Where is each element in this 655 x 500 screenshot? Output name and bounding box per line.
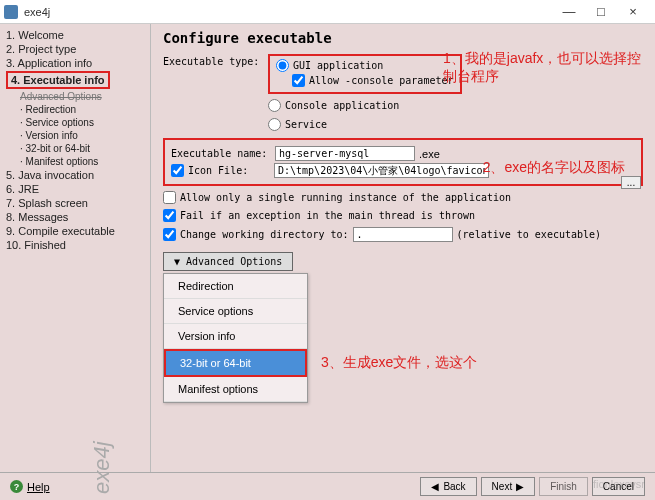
step-splash-screen[interactable]: 7. Splash screen xyxy=(6,196,144,210)
step-application-info[interactable]: 3. Application info xyxy=(6,56,144,70)
change-dir-input[interactable] xyxy=(353,227,453,242)
single-instance-label: Allow only a single running instance of … xyxy=(180,192,511,203)
icon-file-label: Icon File: xyxy=(188,165,270,176)
checkbox-change-dir[interactable] xyxy=(163,228,176,241)
page-heading: Configure executable xyxy=(163,30,643,46)
watermark: exe4j xyxy=(89,441,115,494)
step-welcome[interactable]: 1. Welcome xyxy=(6,28,144,42)
radio-service[interactable] xyxy=(268,118,281,131)
back-button[interactable]: ◀Back xyxy=(420,477,476,496)
finish-button[interactable]: Finish xyxy=(539,477,588,496)
icon-file-input[interactable] xyxy=(274,163,489,178)
step-manifest-options[interactable]: · Manifest options xyxy=(6,155,144,168)
menu-redirection[interactable]: Redirection xyxy=(164,274,307,299)
step-version-info[interactable]: · Version info xyxy=(6,129,144,142)
step-finished[interactable]: 10. Finished xyxy=(6,238,144,252)
minimize-button[interactable]: — xyxy=(559,4,579,19)
arrow-left-icon: ◀ xyxy=(431,481,439,492)
titlebar: exe4j — □ × xyxy=(0,0,655,24)
change-dir-label: Change working directory to: xyxy=(180,229,349,240)
close-button[interactable]: × xyxy=(623,4,643,19)
maximize-button[interactable]: □ xyxy=(591,4,611,19)
chevron-down-icon: ▼ xyxy=(174,256,180,267)
exec-ext: .exe xyxy=(419,148,440,160)
content-panel: Configure executable Executable type: GU… xyxy=(150,24,655,476)
step-service-options[interactable]: · Service options xyxy=(6,116,144,129)
allow-console-label: Allow -console parameter xyxy=(309,75,454,86)
checkbox-fail-exception[interactable] xyxy=(163,209,176,222)
step-executable-info[interactable]: 4. Executable info xyxy=(11,73,105,87)
checkbox-icon-file[interactable] xyxy=(171,164,184,177)
radio-console[interactable] xyxy=(268,99,281,112)
menu-service-options[interactable]: Service options xyxy=(164,299,307,324)
exec-name-input[interactable] xyxy=(275,146,415,161)
step-messages[interactable]: 8. Messages xyxy=(6,210,144,224)
step-redirection[interactable]: · Redirection xyxy=(6,103,144,116)
menu-manifest-options[interactable]: Manifest options xyxy=(164,377,307,402)
advanced-options-button[interactable]: ▼Advanced Options xyxy=(163,252,293,271)
help-link[interactable]: Help xyxy=(27,481,50,493)
checkbox-allow-console[interactable] xyxy=(292,74,305,87)
exec-type-label: Executable type: xyxy=(163,54,268,67)
checkbox-single-instance[interactable] xyxy=(163,191,176,204)
step-project-type[interactable]: 2. Project type xyxy=(6,42,144,56)
step-jre[interactable]: 6. JRE xyxy=(6,182,144,196)
window-controls: — □ × xyxy=(559,4,651,19)
advanced-options-menu: Redirection Service options Version info… xyxy=(163,273,308,403)
fail-exception-label: Fail if an exception in the main thread … xyxy=(180,210,475,221)
help-icon: ? xyxy=(10,480,23,493)
annotation-2: 2、exe的名字以及图标 xyxy=(483,159,625,177)
menu-version-info[interactable]: Version info xyxy=(164,324,307,349)
exec-name-label: Executable name: xyxy=(171,148,271,159)
app-icon xyxy=(4,5,18,19)
relative-label: (relative to executable) xyxy=(457,229,602,240)
menu-32-64-bit[interactable]: 32-bit or 64-bit xyxy=(164,349,307,377)
radio-gui-label: GUI application xyxy=(293,60,383,71)
watermark-2: fionlexsysr xyxy=(593,478,645,490)
browse-icon-button[interactable]: ... xyxy=(621,176,641,189)
radio-service-label: Service xyxy=(285,119,327,130)
annotation-3: 3、生成exe文件，选这个 xyxy=(321,354,477,372)
step-32-64-bit[interactable]: · 32-bit or 64-bit xyxy=(6,142,144,155)
step-java-invocation[interactable]: 5. Java invocation xyxy=(6,168,144,182)
window-title: exe4j xyxy=(24,6,559,18)
arrow-right-icon: ▶ xyxy=(516,481,524,492)
wizard-sidebar: 1. Welcome 2. Project type 3. Applicatio… xyxy=(0,24,150,476)
step-compile-executable[interactable]: 9. Compile executable xyxy=(6,224,144,238)
radio-console-label: Console application xyxy=(285,100,399,111)
radio-gui[interactable] xyxy=(276,59,289,72)
next-button[interactable]: Next▶ xyxy=(481,477,536,496)
annotation-1: 1、我的是javafx，也可以选择控制台程序 xyxy=(443,50,643,86)
exec-type-group: GUI application Allow -console parameter xyxy=(268,54,462,94)
step-advanced-options[interactable]: Advanced Options xyxy=(6,90,144,103)
